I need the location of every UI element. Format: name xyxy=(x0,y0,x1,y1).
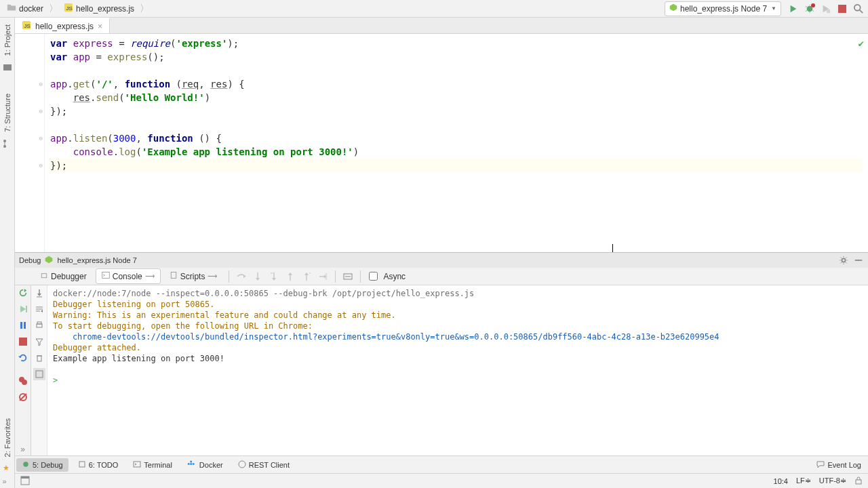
svg-point-46 xyxy=(22,380,27,385)
more-icon[interactable]: » xyxy=(17,443,29,455)
breadcrumb-folder[interactable]: docker xyxy=(4,1,46,16)
toolwindow-docker[interactable]: Docker xyxy=(182,458,229,472)
run-to-cursor-button xyxy=(316,270,330,283)
node-icon xyxy=(669,3,677,14)
chevron-right-icon: 〉 xyxy=(49,3,58,15)
tab-scripts[interactable]: Scripts ⟶ xyxy=(163,268,224,284)
svg-point-58 xyxy=(23,462,28,467)
stop-button[interactable] xyxy=(837,3,848,14)
svg-marker-31 xyxy=(304,272,309,275)
mute-breakpoints-button[interactable] xyxy=(17,391,29,403)
toolwindow-eventlog[interactable]: Event Log xyxy=(811,458,867,472)
svg-marker-26 xyxy=(272,278,276,281)
view-breakpoints-button[interactable] xyxy=(17,375,29,387)
chevron-down-icon: ▼ xyxy=(771,5,776,12)
sidebar-project[interactable]: 1: Project xyxy=(3,20,12,60)
console-prompt[interactable]: > xyxy=(53,375,58,385)
editor-gutter[interactable]: ⊖ ⊖ ⊖ ⊖ xyxy=(15,34,45,252)
svg-marker-44 xyxy=(18,356,22,358)
svg-rect-67 xyxy=(21,476,29,479)
toolwindow-debug[interactable]: 5: Debug xyxy=(16,458,68,472)
step-into-button xyxy=(251,270,264,283)
structure-icon[interactable] xyxy=(3,139,12,148)
stop-debug-button[interactable] xyxy=(17,336,29,348)
soft-wrap-button[interactable] xyxy=(33,303,45,315)
close-icon[interactable]: × xyxy=(98,22,102,31)
sidebar-favorites[interactable]: 2: Favorites xyxy=(3,414,12,461)
rerun-button[interactable] xyxy=(17,287,29,299)
step-out-button xyxy=(283,270,297,283)
clear-button[interactable] xyxy=(33,352,45,364)
toolwindow-rest[interactable]: REST Client xyxy=(233,458,295,472)
svg-rect-53 xyxy=(37,324,42,327)
more-icon[interactable]: » xyxy=(3,477,12,487)
svg-rect-55 xyxy=(37,356,41,361)
force-step-into-button xyxy=(267,270,281,283)
pin-icon[interactable]: ⟶ xyxy=(208,272,217,280)
console-output[interactable]: docker://node:7/node --inspect=0.0.0.0:5… xyxy=(47,285,868,455)
svg-rect-43 xyxy=(19,338,27,346)
console-side-toolbar xyxy=(31,285,47,455)
svg-rect-62 xyxy=(190,463,192,465)
run-config-selector[interactable]: hello_express.js Node 7 ▼ xyxy=(665,1,781,16)
async-checkbox[interactable] xyxy=(369,272,378,281)
file-encoding[interactable]: UTF-8≑ xyxy=(819,476,846,485)
toolwindow-todo[interactable]: 6: TODO xyxy=(73,458,124,472)
lock-icon[interactable] xyxy=(854,476,863,486)
cursor-position[interactable]: 10:4 xyxy=(774,477,788,485)
svg-marker-39 xyxy=(20,306,26,312)
code-content[interactable]: var express = require('express'); var ap… xyxy=(45,34,868,252)
gear-icon[interactable] xyxy=(838,255,849,266)
svg-text:JS: JS xyxy=(24,23,31,29)
search-everywhere-button[interactable] xyxy=(853,3,864,14)
sidebar-structure[interactable]: 7: Structure xyxy=(3,89,12,136)
scroll-to-end-button[interactable] xyxy=(33,287,45,299)
inspection-ok-icon[interactable]: ✔ xyxy=(859,37,864,50)
svg-rect-20 xyxy=(102,272,109,279)
run-button[interactable] xyxy=(788,3,799,14)
svg-marker-29 xyxy=(288,272,292,275)
svg-rect-6 xyxy=(827,9,830,12)
svg-rect-57 xyxy=(36,371,43,378)
svg-marker-16 xyxy=(45,256,53,264)
resume-button[interactable] xyxy=(17,303,29,315)
console-icon xyxy=(102,271,110,281)
project-icon[interactable] xyxy=(3,62,12,72)
svg-rect-59 xyxy=(79,462,85,467)
js-file-icon: JS xyxy=(64,3,73,14)
pin-icon[interactable]: ⟶ xyxy=(145,272,155,280)
editor-tab-label: hello_express.js xyxy=(35,22,94,31)
breadcrumb-folder-label: docker xyxy=(19,4,43,14)
js-file-icon: JS xyxy=(22,20,31,32)
evaluate-button[interactable] xyxy=(341,270,355,283)
breadcrumb-file[interactable]: JS hello_express.js xyxy=(61,1,137,16)
coverage-button[interactable] xyxy=(821,3,831,14)
toolwindow-terminal[interactable]: Terminal xyxy=(127,458,178,472)
filter-icon[interactable] xyxy=(33,336,45,348)
line-separator[interactable]: LF≑ xyxy=(796,476,811,485)
breadcrumb-file-label: hello_express.js xyxy=(76,4,134,14)
svg-rect-40 xyxy=(26,306,27,312)
debug-header-title: Debug xyxy=(19,256,41,264)
tab-debugger[interactable]: Debugger xyxy=(34,268,93,284)
editor-tab[interactable]: JS hello_express.js × xyxy=(15,18,110,33)
pause-button[interactable] xyxy=(17,319,29,331)
minimize-icon[interactable] xyxy=(853,255,864,266)
code-editor[interactable]: ⊖ ⊖ ⊖ ⊖ var express = require('express')… xyxy=(15,34,868,252)
node-icon xyxy=(45,256,53,265)
debug-tool-window: Debug hello_express.js Node 7 xyxy=(15,252,868,455)
restore-layout-button[interactable] xyxy=(17,352,29,364)
svg-rect-64 xyxy=(193,463,195,465)
help-icon[interactable] xyxy=(33,368,45,380)
left-toolwindow-bar: 1: Project 7: Structure 2: Favorites ★ » xyxy=(0,18,15,488)
toolwindows-toggle-icon[interactable] xyxy=(20,476,30,487)
tab-console[interactable]: Console ⟶ xyxy=(96,268,161,284)
debug-button[interactable] xyxy=(804,3,815,14)
print-button[interactable] xyxy=(33,319,45,331)
star-icon[interactable]: ★ xyxy=(3,464,12,473)
svg-rect-61 xyxy=(188,463,190,465)
status-bar: 10:4 LF≑ UTF-8≑ xyxy=(15,473,868,488)
editor-tabs: JS hello_express.js × xyxy=(15,18,868,34)
run-config-label: hello_express.js Node 7 xyxy=(680,4,767,14)
svg-rect-19 xyxy=(41,274,47,278)
